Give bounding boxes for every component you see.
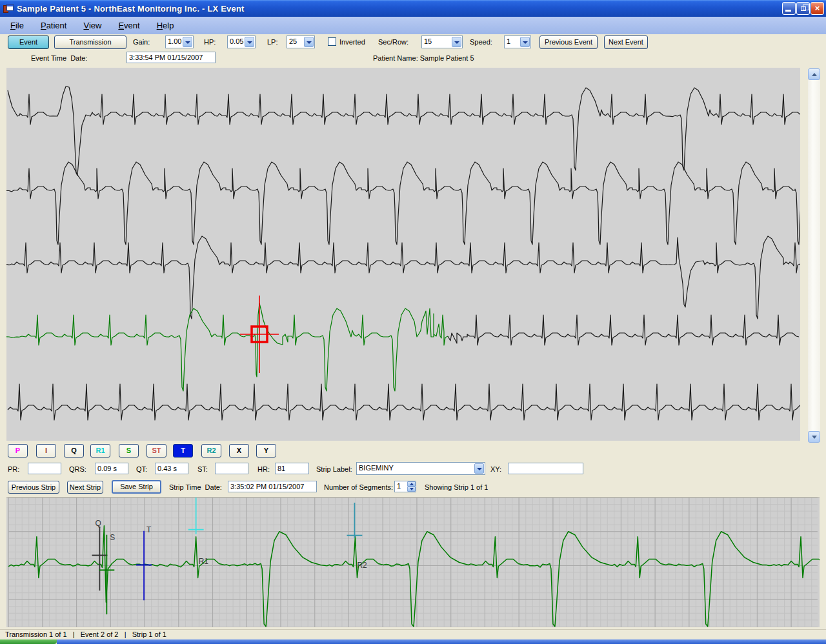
caliper-button-q[interactable]: Q — [64, 444, 84, 458]
menu-bar: File Patient View Event Help — [0, 17, 826, 34]
strip-marker-label: R1 — [199, 557, 209, 566]
menu-patient[interactable]: Patient — [37, 19, 70, 32]
next-strip-button[interactable]: Next Strip — [67, 481, 103, 494]
event-time-field[interactable]: 3:33:54 PM 01/15/2007 — [126, 52, 216, 63]
caliper-button-x[interactable]: X — [229, 444, 249, 458]
ecg-main-display[interactable] — [6, 68, 800, 441]
event-toggle-button[interactable]: Event — [8, 35, 49, 49]
hp-dropdown[interactable]: 0.05 — [227, 35, 256, 48]
caliper-button-r2[interactable]: R2 — [201, 444, 221, 458]
hp-dropdown-arrow-icon[interactable] — [245, 37, 254, 47]
caliper-button-st[interactable]: ST — [146, 444, 166, 458]
segments-spinner[interactable]: 1 — [394, 481, 416, 492]
event-time-label: Event Time Date: — [31, 54, 87, 62]
scrollbar-track[interactable] — [808, 80, 820, 431]
arrow-down-icon — [812, 436, 817, 439]
previous-event-button[interactable]: Previous Event — [539, 35, 598, 49]
menu-help[interactable]: Help — [153, 19, 178, 32]
gain-label: Gain: — [133, 38, 150, 46]
window-title: Sample Patient 5 - NorthEast Monitoring … — [17, 4, 245, 14]
inverted-label: Inverted — [339, 38, 365, 46]
caliper-button-s[interactable]: S — [119, 444, 139, 458]
menu-event[interactable]: Event — [114, 19, 143, 32]
lp-label: LP: — [267, 38, 278, 46]
showing-strip-label: Showing Strip 1 of 1 — [425, 483, 488, 491]
start-button-sliver[interactable] — [0, 639, 57, 644]
strip-marker-label: Q — [95, 519, 101, 528]
taskbar — [0, 639, 826, 644]
gain-dropdown-arrow-icon[interactable] — [183, 37, 192, 47]
menu-file[interactable]: File — [6, 19, 28, 32]
hr-label: HR: — [257, 465, 270, 473]
strip-label-dropdown[interactable]: BIGEMINY — [356, 462, 485, 475]
strip-time-field[interactable]: 3:35:02 PM 01/15/2007 — [228, 481, 317, 492]
segments-label: Number of Segments: — [324, 483, 393, 491]
strip-marker-label: S — [110, 533, 115, 542]
menu-view[interactable]: View — [79, 19, 105, 32]
spinner-down-button[interactable] — [407, 487, 416, 492]
pr-field[interactable] — [28, 463, 61, 474]
restore-icon — [801, 6, 806, 11]
transmission-toggle-button[interactable]: Transmission — [54, 35, 126, 49]
caliper-button-p[interactable]: P — [8, 444, 28, 458]
taskbar-sliver — [57, 639, 826, 644]
strip-label-label: Strip Label: — [316, 465, 352, 473]
app-icon — [3, 3, 14, 14]
strip-label-dropdown-arrow-icon[interactable] — [474, 463, 484, 474]
xy-label: XY: — [490, 465, 501, 473]
previous-strip-button[interactable]: Previous Strip — [8, 481, 59, 494]
hr-field[interactable]: 81 — [275, 463, 309, 474]
secrow-dropdown[interactable]: 15 — [421, 35, 463, 48]
pr-label: PR: — [8, 465, 19, 473]
strip-time-label: Strip Time Date: — [169, 483, 222, 491]
st-label: ST: — [197, 465, 208, 473]
inverted-checkbox[interactable] — [328, 37, 336, 46]
speed-dropdown-arrow-icon[interactable] — [520, 37, 530, 47]
qt-label: QT: — [136, 465, 147, 473]
spinner-up-button[interactable] — [407, 481, 416, 487]
scroll-down-button[interactable] — [808, 431, 820, 443]
caliper-button-i[interactable]: I — [36, 444, 56, 458]
arrow-up-icon — [410, 483, 414, 485]
caliper-button-t[interactable]: T — [173, 444, 193, 458]
minimize-icon — [785, 10, 791, 12]
restore-button[interactable] — [796, 2, 810, 15]
lp-dropdown[interactable]: 25 — [287, 35, 315, 48]
scroll-up-button[interactable] — [808, 68, 820, 80]
qt-field[interactable]: 0.43 s — [155, 463, 188, 474]
qrs-label: QRS: — [69, 465, 86, 473]
minimize-button[interactable] — [782, 2, 796, 15]
caliper-button-r1[interactable]: R1 — [90, 444, 110, 458]
close-icon: × — [815, 3, 820, 13]
xy-field[interactable] — [508, 463, 583, 474]
hp-label: HP: — [204, 38, 216, 46]
caliper-button-y[interactable]: Y — [256, 444, 276, 458]
st-field[interactable] — [215, 463, 248, 474]
title-bar: Sample Patient 5 - NorthEast Monitoring … — [0, 0, 826, 17]
status-bar: Transmission 1 of 1 | Event 2 of 2 | Str… — [0, 629, 826, 639]
next-event-button[interactable]: Next Event — [604, 35, 648, 49]
speed-label: Speed: — [470, 38, 492, 46]
ecg-vertical-scrollbar[interactable] — [808, 68, 820, 443]
speed-dropdown[interactable]: 1 — [504, 35, 531, 48]
lp-dropdown-arrow-icon[interactable] — [304, 37, 314, 47]
patient-name-label: Patient Name: Sample Patient 5 — [373, 54, 474, 62]
secrow-dropdown-arrow-icon[interactable] — [452, 37, 461, 47]
close-button[interactable]: × — [811, 2, 824, 15]
strip-marker-label: R2 — [357, 561, 367, 570]
secrow-label: Sec/Row: — [378, 38, 408, 46]
gain-dropdown[interactable]: 1.00 — [165, 35, 194, 48]
strip-marker-label: T — [146, 525, 152, 534]
arrow-up-icon — [812, 73, 817, 76]
ecg-strip-display[interactable]: QSTR1R2 — [6, 497, 820, 627]
qrs-field[interactable]: 0.09 s — [95, 463, 128, 474]
arrow-down-icon — [410, 488, 414, 490]
save-strip-button[interactable]: Save Strip — [112, 480, 161, 494]
